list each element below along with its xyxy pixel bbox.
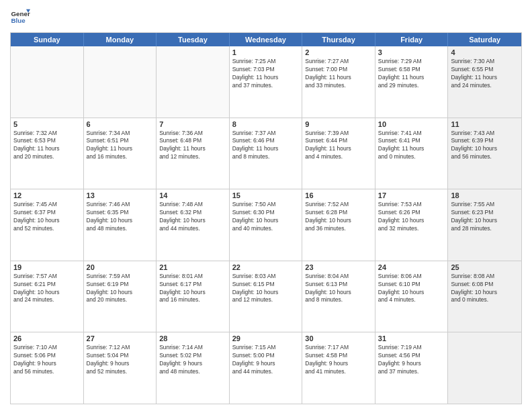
cell-date-number: 20 [87,263,154,271]
cell-info: Sunrise: 7:37 AM Sunset: 6:46 PM Dayligh… [232,130,300,162]
cell-date-number: 4 [451,48,519,56]
cell-day-14: 14Sunrise: 7:48 AM Sunset: 6:32 PM Dayli… [157,189,230,261]
cell-date-number: 15 [232,191,300,199]
cell-info: Sunrise: 7:32 AM Sunset: 6:53 PM Dayligh… [13,130,81,162]
cell-day-25: 25Sunrise: 8:08 AM Sunset: 6:08 PM Dayli… [448,261,521,332]
cell-info: Sunrise: 7:25 AM Sunset: 7:03 PM Dayligh… [232,58,300,90]
logo: General Blue [10,7,30,27]
cell-date-number: 30 [305,334,372,342]
cell-info: Sunrise: 8:03 AM Sunset: 6:15 PM Dayligh… [232,273,300,305]
svg-text:Blue: Blue [11,17,26,24]
cell-date-number: 7 [159,120,226,128]
cell-day-23: 23Sunrise: 8:04 AM Sunset: 6:13 PM Dayli… [302,261,375,332]
cell-empty [84,46,157,118]
cell-day-31: 31Sunrise: 7:19 AM Sunset: 4:56 PM Dayli… [375,332,449,404]
cell-day-21: 21Sunrise: 8:01 AM Sunset: 6:17 PM Dayli… [157,261,230,332]
cell-day-1: 1Sunrise: 7:25 AM Sunset: 7:03 PM Daylig… [230,46,303,118]
cell-date-number: 14 [159,191,226,199]
day-headers: SundayMondayTuesdayWednesdayThursdayFrid… [11,33,521,46]
calendar-row-3: 19Sunrise: 7:57 AM Sunset: 6:21 PM Dayli… [11,261,521,333]
cell-date-number: 6 [87,120,154,128]
cell-info: Sunrise: 7:12 AM Sunset: 5:04 PM Dayligh… [87,344,154,376]
cell-date-number: 12 [13,191,81,199]
cell-info: Sunrise: 7:14 AM Sunset: 5:02 PM Dayligh… [159,344,226,376]
cell-day-4: 4Sunrise: 7:30 AM Sunset: 6:55 PM Daylig… [448,46,521,118]
cell-day-9: 9Sunrise: 7:39 AM Sunset: 6:44 PM Daylig… [302,118,375,189]
cell-day-28: 28Sunrise: 7:14 AM Sunset: 5:02 PM Dayli… [157,332,230,404]
cell-date-number: 10 [378,120,445,128]
cell-empty [157,46,230,118]
cell-day-18: 18Sunrise: 7:55 AM Sunset: 6:23 PM Dayli… [448,189,521,261]
cell-day-11: 11Sunrise: 7:43 AM Sunset: 6:39 PM Dayli… [448,118,521,189]
cell-info: Sunrise: 8:08 AM Sunset: 6:08 PM Dayligh… [451,273,519,305]
cell-info: Sunrise: 7:55 AM Sunset: 6:23 PM Dayligh… [451,201,519,233]
cell-info: Sunrise: 7:59 AM Sunset: 6:19 PM Dayligh… [87,273,154,305]
cell-date-number: 11 [451,120,519,128]
cell-info: Sunrise: 7:53 AM Sunset: 6:26 PM Dayligh… [378,201,445,233]
cell-day-7: 7Sunrise: 7:36 AM Sunset: 6:48 PM Daylig… [157,118,230,189]
cell-day-5: 5Sunrise: 7:32 AM Sunset: 6:53 PM Daylig… [11,118,84,189]
day-header-thursday: Thursday [302,33,375,46]
cell-date-number: 28 [159,334,226,342]
day-header-saturday: Saturday [448,33,521,46]
cell-info: Sunrise: 7:27 AM Sunset: 7:00 PM Dayligh… [305,58,372,90]
cell-date-number: 13 [87,191,154,199]
cell-info: Sunrise: 7:29 AM Sunset: 6:58 PM Dayligh… [378,58,445,90]
cell-info: Sunrise: 7:43 AM Sunset: 6:39 PM Dayligh… [451,130,519,162]
cell-date-number: 17 [378,191,445,199]
cell-day-29: 29Sunrise: 7:15 AM Sunset: 5:00 PM Dayli… [230,332,303,404]
day-header-friday: Friday [375,33,449,46]
cell-info: Sunrise: 7:57 AM Sunset: 6:21 PM Dayligh… [13,273,81,305]
cell-day-8: 8Sunrise: 7:37 AM Sunset: 6:46 PM Daylig… [230,118,303,189]
cell-info: Sunrise: 7:48 AM Sunset: 6:32 PM Dayligh… [159,201,226,233]
cell-date-number: 31 [378,334,445,342]
cell-date-number: 27 [87,334,154,342]
cell-info: Sunrise: 7:10 AM Sunset: 5:06 PM Dayligh… [13,344,81,376]
cell-info: Sunrise: 7:41 AM Sunset: 6:41 PM Dayligh… [378,130,445,162]
day-header-monday: Monday [84,33,157,46]
cell-empty [448,332,521,404]
cell-day-13: 13Sunrise: 7:46 AM Sunset: 6:35 PM Dayli… [84,189,157,261]
cell-info: Sunrise: 7:52 AM Sunset: 6:28 PM Dayligh… [305,201,372,233]
day-header-wednesday: Wednesday [230,33,303,46]
cell-day-16: 16Sunrise: 7:52 AM Sunset: 6:28 PM Dayli… [302,189,375,261]
day-header-sunday: Sunday [11,33,84,46]
calendar: SundayMondayTuesdayWednesdayThursdayFrid… [10,32,522,404]
cell-date-number: 19 [13,263,81,271]
cell-info: Sunrise: 7:19 AM Sunset: 4:56 PM Dayligh… [378,344,445,376]
cell-day-2: 2Sunrise: 7:27 AM Sunset: 7:00 PM Daylig… [302,46,375,118]
calendar-row-4: 26Sunrise: 7:10 AM Sunset: 5:06 PM Dayli… [11,332,521,404]
cell-date-number: 3 [378,48,445,56]
cell-empty [11,46,84,118]
cell-info: Sunrise: 7:50 AM Sunset: 6:30 PM Dayligh… [232,201,300,233]
cell-date-number: 18 [451,191,519,199]
cell-info: Sunrise: 7:36 AM Sunset: 6:48 PM Dayligh… [159,130,226,162]
cell-day-10: 10Sunrise: 7:41 AM Sunset: 6:41 PM Dayli… [375,118,449,189]
cell-day-15: 15Sunrise: 7:50 AM Sunset: 6:30 PM Dayli… [230,189,303,261]
cell-day-20: 20Sunrise: 7:59 AM Sunset: 6:19 PM Dayli… [84,261,157,332]
cell-day-24: 24Sunrise: 8:06 AM Sunset: 6:10 PM Dayli… [375,261,449,332]
cell-date-number: 9 [305,120,372,128]
cell-info: Sunrise: 8:04 AM Sunset: 6:13 PM Dayligh… [305,273,372,305]
cell-date-number: 2 [305,48,372,56]
cell-date-number: 25 [451,263,519,271]
cell-info: Sunrise: 7:46 AM Sunset: 6:35 PM Dayligh… [87,201,154,233]
cell-date-number: 24 [378,263,445,271]
cell-info: Sunrise: 8:01 AM Sunset: 6:17 PM Dayligh… [159,273,226,305]
cell-day-6: 6Sunrise: 7:34 AM Sunset: 6:51 PM Daylig… [84,118,157,189]
cell-info: Sunrise: 7:34 AM Sunset: 6:51 PM Dayligh… [87,130,154,162]
cell-day-27: 27Sunrise: 7:12 AM Sunset: 5:04 PM Dayli… [84,332,157,404]
cell-date-number: 22 [232,263,300,271]
cell-info: Sunrise: 7:45 AM Sunset: 6:37 PM Dayligh… [13,201,81,233]
cell-day-30: 30Sunrise: 7:17 AM Sunset: 4:58 PM Dayli… [302,332,375,404]
cell-date-number: 23 [305,263,372,271]
cell-day-17: 17Sunrise: 7:53 AM Sunset: 6:26 PM Dayli… [375,189,449,261]
cell-date-number: 29 [232,334,300,342]
calendar-body: 1Sunrise: 7:25 AM Sunset: 7:03 PM Daylig… [11,46,521,404]
cell-day-19: 19Sunrise: 7:57 AM Sunset: 6:21 PM Dayli… [11,261,84,332]
cell-date-number: 21 [159,263,226,271]
cell-date-number: 16 [305,191,372,199]
cell-info: Sunrise: 7:17 AM Sunset: 4:58 PM Dayligh… [305,344,372,376]
cell-date-number: 5 [13,120,81,128]
calendar-row-0: 1Sunrise: 7:25 AM Sunset: 7:03 PM Daylig… [11,46,521,118]
